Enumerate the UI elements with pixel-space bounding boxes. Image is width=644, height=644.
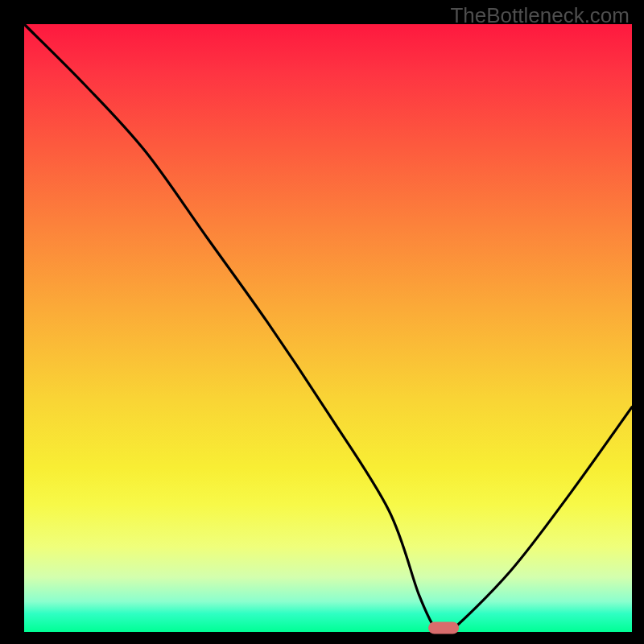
chart-frame: TheBottleneck.com — [0, 0, 644, 644]
optimal-marker — [428, 622, 459, 634]
watermark-text: TheBottleneck.com — [450, 3, 630, 28]
bottleneck-curve — [24, 24, 632, 632]
plot-area — [24, 24, 632, 632]
